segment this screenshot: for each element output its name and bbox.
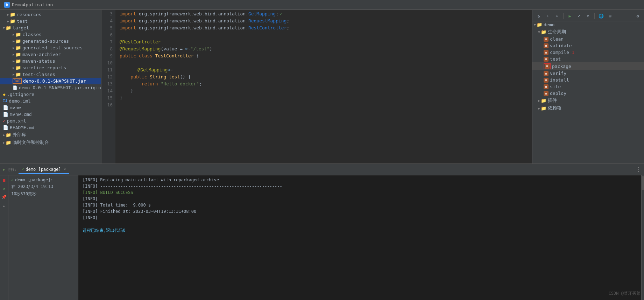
file-icon: 📄 <box>3 125 8 130</box>
mx-icon: m <box>544 50 549 55</box>
rerun-icon[interactable]: ↺ <box>1 185 8 192</box>
settings-button[interactable]: ⚙ <box>634 13 641 20</box>
maven-test[interactable]: m test <box>532 56 644 62</box>
line-num: 12 <box>101 74 113 81</box>
sidebar-item-test[interactable]: ▶ 📁 test <box>0 18 101 25</box>
sidebar-item-label: generated-test-sources <box>22 45 83 50</box>
web-button[interactable]: 🌐 <box>597 13 604 20</box>
sidebar-item-label: maven-archiver <box>22 52 61 57</box>
run-duration-item: 10秒570毫秒 <box>11 190 75 198</box>
sidebar-item-target[interactable]: ▼ 📁 target <box>0 25 101 31</box>
sidebar-item-external-libs[interactable]: ▶ 📁 外部库 <box>0 131 101 139</box>
sidebar-item-readme[interactable]: 📄 README.md <box>0 124 101 131</box>
sidebar-item-surefire-reports[interactable]: ▶ 📁 surefire-reports <box>0 64 101 71</box>
line-num: 4 <box>101 18 113 25</box>
line-num: 5 <box>101 25 113 32</box>
sidebar-item-pom-xml[interactable]: ✓ pom.xml <box>0 118 101 124</box>
maven-site[interactable]: m site <box>532 83 644 90</box>
code-area[interactable]: import org.springframework.web.bind.anno… <box>115 10 532 163</box>
run-status-text: demo [package]: <box>15 177 53 182</box>
refresh-button[interactable]: ↻ <box>535 13 542 20</box>
sidebar-item-label: maven-status <box>22 58 55 64</box>
mx-icon: m <box>544 37 549 42</box>
maven-validate[interactable]: m validate <box>532 42 644 49</box>
scroll-thumb[interactable] <box>642 176 644 190</box>
folder-icon: 📁 <box>6 132 11 138</box>
maven-compile[interactable]: m compile 1 <box>532 49 644 56</box>
line-num: 13 <box>101 81 113 88</box>
code-line <box>120 60 532 67</box>
folder-icon: 📁 <box>541 106 546 111</box>
sidebar-item-mvnw[interactable]: 📄 mvnw <box>0 104 101 111</box>
sidebar-item-generated-sources[interactable]: ▶ 📁 generated-sources <box>0 38 101 44</box>
sidebar-item-mvnw-cmd[interactable]: 📄 mvnw.cmd <box>0 111 101 118</box>
sidebar-item-maven-status[interactable]: ▶ 📁 maven-status <box>0 58 101 64</box>
sidebar-item-generated-test-sources[interactable]: ▶ 📁 generated-test-sources <box>0 44 101 51</box>
maven-verify[interactable]: m verify <box>532 70 644 77</box>
stop-icon[interactable]: ■ <box>1 177 8 184</box>
file-icon: 📄 <box>13 85 17 90</box>
mx-icon: m <box>544 84 549 89</box>
maven-clean[interactable]: m clean <box>532 36 644 42</box>
maven-plugins-group[interactable]: ▶ 📁 插件 <box>532 97 644 104</box>
folder-icon: 📁 <box>537 22 542 27</box>
tab-demo-package[interactable]: ✓ demo [package] × <box>19 166 70 174</box>
sidebar-item-demo-iml[interactable]: IJ demo.iml <box>0 98 101 104</box>
line-num: 7 <box>101 39 113 46</box>
sidebar-item-temp-files[interactable]: ▶ 📁 临时文件和控制台 <box>0 139 101 146</box>
maven-package[interactable]: m package <box>532 62 644 70</box>
mx-icon: m <box>544 71 549 76</box>
log-line: [INFO] Replacing main artifact with repa… <box>83 177 637 183</box>
sidebar-item-label: 外部库 <box>13 132 26 138</box>
folder-icon: 📁 <box>10 19 15 24</box>
maven-deploy[interactable]: m deploy <box>532 90 644 97</box>
line-num: 16 <box>101 102 113 109</box>
sidebar-item-label: target <box>13 25 29 30</box>
sidebar-item-test-classes[interactable]: ▶ 📁 test-classes <box>0 71 101 78</box>
sidebar-item-demo-jar[interactable]: JAR demo-0.0.1-SNAPSHOT.jar <box>0 78 101 84</box>
check-button[interactable]: ✓ <box>575 13 582 20</box>
more-options-icon[interactable]: ⋮ <box>636 166 641 173</box>
jar-icon: JAR <box>13 78 22 84</box>
maven-install[interactable]: m install <box>532 77 644 83</box>
pin-icon[interactable]: 📌 <box>1 194 8 201</box>
maven-lifecycle-group[interactable]: ▼ 📁 生命周期 <box>532 28 644 36</box>
sidebar-item-label: demo.iml <box>9 98 31 104</box>
sidebar-item-label: 临时文件和控制台 <box>13 139 49 146</box>
run-icon: ▶ <box>3 167 5 172</box>
scroll-bar[interactable] <box>641 175 644 300</box>
code-line: public String test() { <box>120 74 532 81</box>
skip-button[interactable]: ⊘ <box>585 13 592 20</box>
arrow-icon: ▶ <box>7 13 9 16</box>
maven-item-label: test <box>550 56 561 62</box>
layout-button[interactable]: ⊞ <box>607 13 614 20</box>
tab-label: demo [package] <box>26 167 61 172</box>
maven-dependencies-group[interactable]: ▶ 📁 依赖项 <box>532 104 644 112</box>
code-line <box>120 32 532 39</box>
wrap-icon[interactable]: ↵ <box>1 202 8 209</box>
log-line <box>83 221 637 227</box>
folder-icon: 📁 <box>15 72 21 77</box>
maven-root-demo[interactable]: ▼ 📁 demo <box>532 21 644 28</box>
folder-icon: 📁 <box>15 32 21 37</box>
log-line: [INFO] Total time: 9.000 s <box>83 202 637 208</box>
sidebar-item-resources[interactable]: ▶ 📁 resources <box>0 11 101 18</box>
maven-root-label: demo <box>544 22 554 27</box>
tab-close-button[interactable]: × <box>64 167 66 171</box>
sidebar-item-classes[interactable]: ▶ 📁 classes <box>0 31 101 38</box>
sidebar-item-label: generated-sources <box>22 39 69 44</box>
download-button[interactable]: ⬇ <box>553 13 560 20</box>
sidebar-item-demo-jar-original[interactable]: 📄 demo-0.0.1-SNAPSHOT.jar.original <box>0 84 101 91</box>
run-button[interactable]: ▶ <box>566 13 573 20</box>
line-num: 6 <box>101 32 113 39</box>
mx-icon: m <box>545 64 550 69</box>
sidebar-item-gitignore[interactable]: ◆ .gitignore <box>0 91 101 98</box>
add-button[interactable]: + <box>544 13 551 20</box>
log-line-exit: 进程已结束,退出代码0 <box>83 227 637 233</box>
separator <box>594 13 595 19</box>
arrow-icon: ▶ <box>7 19 9 23</box>
sidebar-item-maven-archiver[interactable]: ▶ 📁 maven-archiver <box>0 51 101 58</box>
folder-icon: 📁 <box>15 58 21 64</box>
arrow-icon: ▶ <box>538 99 540 103</box>
folder-icon: 📁 <box>6 140 11 145</box>
